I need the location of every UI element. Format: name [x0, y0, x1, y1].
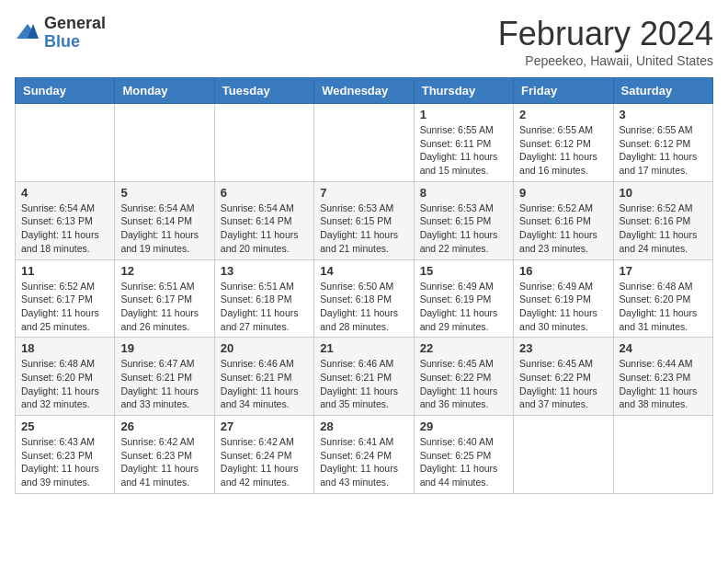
logo-blue: Blue — [44, 33, 106, 52]
calendar-cell: 15Sunrise: 6:49 AMSunset: 6:19 PMDayligh… — [414, 259, 513, 338]
day-number: 27 — [221, 419, 308, 433]
logo-text: General Blue — [44, 15, 106, 52]
day-info: Sunrise: 6:40 AMSunset: 6:25 PMDaylight:… — [420, 435, 507, 489]
day-info: Sunrise: 6:52 AMSunset: 6:16 PMDaylight:… — [519, 201, 607, 256]
calendar-cell: 14Sunrise: 6:50 AMSunset: 6:18 PMDayligh… — [314, 259, 414, 338]
day-number: 21 — [320, 341, 407, 355]
day-info: Sunrise: 6:43 AMSunset: 6:23 PMDaylight:… — [21, 435, 108, 489]
calendar-cell: 18Sunrise: 6:48 AMSunset: 6:20 PMDayligh… — [16, 338, 115, 416]
day-number: 2 — [519, 108, 607, 121]
day-info: Sunrise: 6:54 AMSunset: 6:13 PMDaylight:… — [21, 201, 108, 256]
day-info: Sunrise: 6:48 AMSunset: 6:20 PMDaylight:… — [620, 280, 707, 334]
calendar-cell: 24Sunrise: 6:44 AMSunset: 6:23 PMDayligh… — [613, 338, 712, 416]
calendar-cell: 1Sunrise: 6:55 AMSunset: 6:11 PMDaylight… — [414, 104, 513, 182]
day-info: Sunrise: 6:41 AMSunset: 6:24 PMDaylight:… — [320, 435, 407, 489]
day-number: 7 — [320, 186, 407, 200]
calendar-cell — [16, 104, 115, 182]
calendar-cell: 4Sunrise: 6:54 AMSunset: 6:13 PMDaylight… — [16, 181, 115, 259]
calendar-cell: 12Sunrise: 6:51 AMSunset: 6:17 PMDayligh… — [115, 259, 214, 338]
day-info: Sunrise: 6:49 AMSunset: 6:19 PMDaylight:… — [519, 280, 607, 334]
day-info: Sunrise: 6:51 AMSunset: 6:18 PMDaylight:… — [221, 280, 308, 334]
day-number: 26 — [120, 419, 208, 433]
day-info: Sunrise: 6:55 AMSunset: 6:12 PMDaylight:… — [519, 123, 607, 178]
day-info: Sunrise: 6:42 AMSunset: 6:24 PMDaylight:… — [221, 435, 308, 489]
calendar-cell: 25Sunrise: 6:43 AMSunset: 6:23 PMDayligh… — [16, 416, 115, 494]
day-info: Sunrise: 6:51 AMSunset: 6:17 PMDaylight:… — [120, 280, 208, 334]
day-number: 9 — [519, 186, 607, 200]
header-saturday: Saturday — [613, 78, 712, 104]
day-number: 13 — [221, 264, 308, 278]
day-number: 29 — [420, 419, 507, 433]
logo-general: General — [44, 15, 106, 33]
calendar-cell — [214, 104, 313, 182]
day-number: 1 — [420, 108, 507, 121]
calendar-cell: 16Sunrise: 6:49 AMSunset: 6:19 PMDayligh… — [514, 259, 613, 338]
calendar-cell: 29Sunrise: 6:40 AMSunset: 6:25 PMDayligh… — [414, 416, 513, 494]
logo: General Blue — [15, 15, 106, 52]
header-tuesday: Tuesday — [214, 78, 313, 104]
day-number: 3 — [620, 108, 707, 121]
day-info: Sunrise: 6:54 AMSunset: 6:14 PMDaylight:… — [120, 201, 208, 256]
calendar-cell: 20Sunrise: 6:46 AMSunset: 6:21 PMDayligh… — [214, 338, 313, 416]
day-number: 16 — [519, 264, 607, 278]
day-info: Sunrise: 6:49 AMSunset: 6:19 PMDaylight:… — [420, 280, 507, 334]
day-number: 17 — [620, 264, 707, 278]
week-row: 25Sunrise: 6:43 AMSunset: 6:23 PMDayligh… — [16, 416, 713, 494]
calendar-cell: 9Sunrise: 6:52 AMSunset: 6:16 PMDaylight… — [514, 181, 613, 259]
calendar-cell — [115, 104, 214, 182]
day-number: 4 — [21, 186, 108, 200]
day-number: 28 — [320, 419, 407, 433]
calendar-cell: 5Sunrise: 6:54 AMSunset: 6:14 PMDaylight… — [115, 181, 214, 259]
calendar-cell: 17Sunrise: 6:48 AMSunset: 6:20 PMDayligh… — [613, 259, 712, 338]
day-info: Sunrise: 6:46 AMSunset: 6:21 PMDaylight:… — [221, 357, 308, 411]
calendar-cell: 8Sunrise: 6:53 AMSunset: 6:15 PMDaylight… — [414, 181, 513, 259]
day-info: Sunrise: 6:44 AMSunset: 6:23 PMDaylight:… — [620, 357, 707, 411]
calendar-header: SundayMondayTuesdayWednesdayThursdayFrid… — [16, 78, 713, 104]
month-title: February 2024 — [498, 15, 713, 53]
calendar-cell: 13Sunrise: 6:51 AMSunset: 6:18 PMDayligh… — [214, 259, 313, 338]
day-number: 5 — [120, 186, 208, 200]
day-number: 23 — [519, 341, 607, 355]
calendar-cell: 27Sunrise: 6:42 AMSunset: 6:24 PMDayligh… — [214, 416, 313, 494]
calendar-cell — [514, 416, 613, 494]
day-number: 22 — [420, 341, 507, 355]
day-info: Sunrise: 6:54 AMSunset: 6:14 PMDaylight:… — [221, 201, 308, 256]
day-number: 14 — [320, 264, 407, 278]
calendar-cell: 3Sunrise: 6:55 AMSunset: 6:12 PMDaylight… — [613, 104, 712, 182]
day-number: 25 — [21, 419, 108, 433]
header-wednesday: Wednesday — [314, 78, 414, 104]
header-thursday: Thursday — [414, 78, 513, 104]
location: Pepeekeo, Hawaii, United States — [498, 53, 713, 68]
day-info: Sunrise: 6:42 AMSunset: 6:23 PMDaylight:… — [120, 435, 208, 489]
day-number: 24 — [620, 341, 707, 355]
calendar-cell: 21Sunrise: 6:46 AMSunset: 6:21 PMDayligh… — [314, 338, 414, 416]
calendar-cell — [613, 416, 712, 494]
day-number: 12 — [120, 264, 208, 278]
day-number: 19 — [120, 341, 208, 355]
calendar-cell — [314, 104, 414, 182]
title-section: February 2024 Pepeekeo, Hawaii, United S… — [498, 15, 713, 68]
page-header: General Blue February 2024 Pepeekeo, Haw… — [15, 15, 713, 68]
day-number: 18 — [21, 341, 108, 355]
day-info: Sunrise: 6:52 AMSunset: 6:16 PMDaylight:… — [620, 201, 707, 256]
calendar-body: 1Sunrise: 6:55 AMSunset: 6:11 PMDaylight… — [16, 104, 713, 494]
header-friday: Friday — [514, 78, 613, 104]
day-info: Sunrise: 6:47 AMSunset: 6:21 PMDaylight:… — [120, 357, 208, 411]
day-number: 10 — [620, 186, 707, 200]
day-info: Sunrise: 6:55 AMSunset: 6:11 PMDaylight:… — [420, 123, 507, 178]
day-number: 20 — [221, 341, 308, 355]
day-info: Sunrise: 6:48 AMSunset: 6:20 PMDaylight:… — [21, 357, 108, 411]
calendar-cell: 10Sunrise: 6:52 AMSunset: 6:16 PMDayligh… — [613, 181, 712, 259]
day-number: 6 — [221, 186, 308, 200]
header-monday: Monday — [115, 78, 214, 104]
day-number: 15 — [420, 264, 507, 278]
calendar-cell: 28Sunrise: 6:41 AMSunset: 6:24 PMDayligh… — [314, 416, 414, 494]
day-number: 8 — [420, 186, 507, 200]
header-sunday: Sunday — [16, 78, 115, 104]
day-info: Sunrise: 6:45 AMSunset: 6:22 PMDaylight:… — [519, 357, 607, 411]
calendar-cell: 6Sunrise: 6:54 AMSunset: 6:14 PMDaylight… — [214, 181, 313, 259]
day-info: Sunrise: 6:46 AMSunset: 6:21 PMDaylight:… — [320, 357, 407, 411]
day-info: Sunrise: 6:50 AMSunset: 6:18 PMDaylight:… — [320, 280, 407, 334]
week-row: 11Sunrise: 6:52 AMSunset: 6:17 PMDayligh… — [16, 259, 713, 338]
calendar-cell: 23Sunrise: 6:45 AMSunset: 6:22 PMDayligh… — [514, 338, 613, 416]
